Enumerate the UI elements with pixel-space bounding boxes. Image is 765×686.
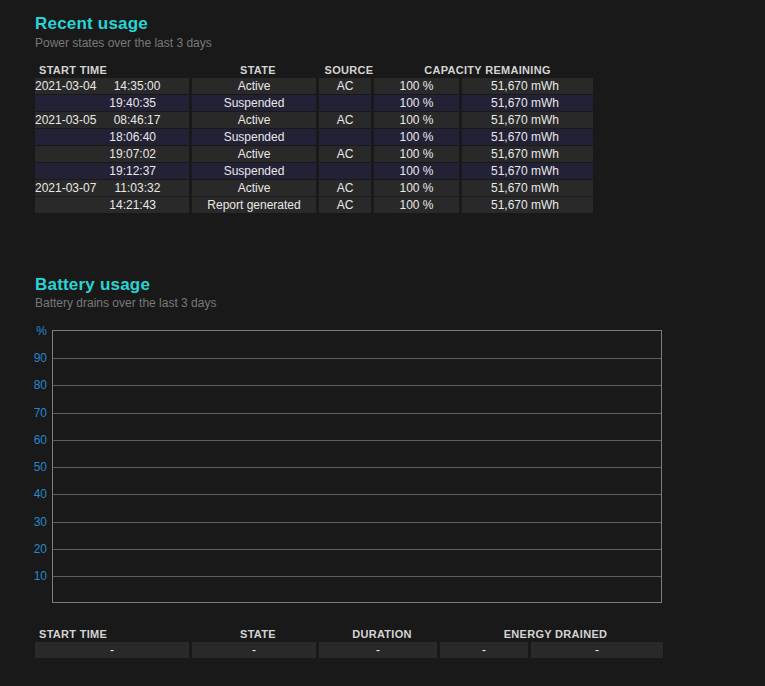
cell-capacity: 51,670 mWh	[462, 112, 593, 128]
cell-percent: 100 %	[374, 163, 459, 179]
table-row: 19:07:02 Active AC 100 % 51,670 mWh	[35, 146, 597, 162]
cell-source	[319, 163, 371, 179]
battery-report-page: Recent usage Power states over the last …	[0, 0, 765, 686]
cell-percent: 100 %	[374, 197, 459, 213]
cell-energy-percent: -	[440, 642, 528, 658]
table-row: 18:06:40 Suspended 100 % 51,670 mWh	[35, 129, 597, 145]
gridline-50	[53, 467, 661, 468]
col-start-time: START TIME	[35, 628, 193, 641]
cell-percent: 100 %	[374, 78, 459, 94]
battery-usage-title: Battery usage	[35, 275, 150, 295]
recent-usage-table-header: START TIME STATE SOURCE CAPACITY REMAINI…	[35, 62, 597, 77]
cell-start-time: 19:07:02	[35, 146, 189, 162]
recent-usage-title: Recent usage	[35, 14, 148, 34]
cell-source: AC	[319, 146, 371, 162]
cell-start-time: 19:40:35	[35, 95, 189, 111]
cell-start-time: 2021-03-0508:46:17	[35, 112, 189, 128]
gridline-70	[53, 413, 661, 414]
cell-percent: 100 %	[374, 180, 459, 196]
cell-capacity: 51,670 mWh	[462, 180, 593, 196]
cell-energy-mwh: -	[531, 642, 663, 658]
cell-percent: 100 %	[374, 112, 459, 128]
gridline-60	[53, 440, 661, 441]
y-tick-30: 30	[25, 514, 47, 530]
y-tick-80: 80	[25, 377, 47, 393]
battery-usage-subtitle: Battery drains over the last 3 days	[35, 296, 216, 310]
cell-source: AC	[319, 112, 371, 128]
cell-source	[319, 129, 371, 145]
col-start-time: START TIME	[35, 64, 193, 77]
recent-usage-subtitle: Power states over the last 3 days	[35, 36, 212, 50]
table-row: - - - - -	[35, 642, 667, 658]
y-tick-50: 50	[25, 459, 47, 475]
y-tick-70: 70	[25, 405, 47, 421]
table-row: 19:12:37 Suspended 100 % 51,670 mWh	[35, 163, 597, 179]
cell-start-time: 2021-03-0414:35:00	[35, 78, 189, 94]
cell-start-time: -	[35, 642, 189, 658]
cell-capacity: 51,670 mWh	[462, 197, 593, 213]
col-state: STATE	[196, 628, 320, 641]
recent-usage-table: START TIME STATE SOURCE CAPACITY REMAINI…	[35, 62, 597, 214]
y-tick-60: 60	[25, 432, 47, 448]
battery-usage-chart: % 90 80 70 60 50 40 30 20 10	[52, 330, 662, 603]
cell-capacity: 51,670 mWh	[462, 129, 593, 145]
col-duration: DURATION	[323, 628, 441, 641]
cell-state: Suspended	[192, 163, 316, 179]
gridline-20	[53, 549, 661, 550]
gridline-40	[53, 494, 661, 495]
cell-percent: 100 %	[374, 129, 459, 145]
y-tick-40: 40	[25, 486, 47, 502]
cell-start-time: 14:21:43	[35, 197, 189, 213]
gridline-80	[53, 385, 661, 386]
cell-source: AC	[319, 78, 371, 94]
cell-source: AC	[319, 197, 371, 213]
col-capacity-remaining: CAPACITY REMAINING	[378, 64, 597, 77]
cell-source	[319, 95, 371, 111]
cell-state: Active	[192, 146, 316, 162]
cell-state: Report generated	[192, 197, 316, 213]
cell-capacity: 51,670 mWh	[462, 163, 593, 179]
table-row: 2021-03-0711:03:32 Active AC 100 % 51,67…	[35, 180, 597, 196]
gridline-90	[53, 358, 661, 359]
battery-drain-table: START TIME STATE DURATION ENERGY DRAINED…	[35, 626, 667, 659]
cell-percent: 100 %	[374, 146, 459, 162]
cell-source: AC	[319, 180, 371, 196]
cell-duration: -	[319, 642, 437, 658]
cell-capacity: 51,670 mWh	[462, 78, 593, 94]
battery-drain-table-header: START TIME STATE DURATION ENERGY DRAINED	[35, 626, 667, 641]
gridline-10	[53, 576, 661, 577]
cell-state: -	[192, 642, 316, 658]
cell-capacity: 51,670 mWh	[462, 95, 593, 111]
table-row: 19:40:35 Suspended 100 % 51,670 mWh	[35, 95, 597, 111]
cell-state: Active	[192, 78, 316, 94]
y-axis-unit-label: %	[25, 323, 47, 339]
y-tick-10: 10	[25, 568, 47, 584]
cell-percent: 100 %	[374, 95, 459, 111]
cell-start-time: 19:12:37	[35, 163, 189, 179]
table-row: 2021-03-0508:46:17 Active AC 100 % 51,67…	[35, 112, 597, 128]
table-row: 2021-03-0414:35:00 Active AC 100 % 51,67…	[35, 78, 597, 94]
cell-state: Suspended	[192, 95, 316, 111]
col-source: SOURCE	[323, 64, 375, 77]
cell-state: Active	[192, 180, 316, 196]
cell-start-time: 18:06:40	[35, 129, 189, 145]
col-state: STATE	[196, 64, 320, 77]
table-row: 14:21:43 Report generated AC 100 % 51,67…	[35, 197, 597, 213]
cell-state: Active	[192, 112, 316, 128]
cell-start-time: 2021-03-0711:03:32	[35, 180, 189, 196]
y-tick-20: 20	[25, 541, 47, 557]
gridline-30	[53, 522, 661, 523]
y-tick-90: 90	[25, 350, 47, 366]
cell-capacity: 51,670 mWh	[462, 146, 593, 162]
col-energy-drained: ENERGY DRAINED	[444, 628, 667, 641]
cell-state: Suspended	[192, 129, 316, 145]
